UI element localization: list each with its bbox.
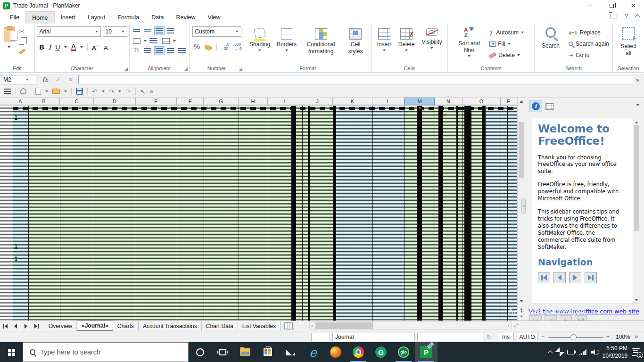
network-signal-icon[interactable] (579, 349, 586, 355)
undo-dropdown[interactable] (102, 90, 105, 92)
number-format-select[interactable]: Custom (192, 26, 241, 37)
open-file-button[interactable] (52, 89, 60, 94)
justify-button[interactable] (177, 46, 187, 55)
horizontal-scrollbar[interactable]: ‹ › (309, 321, 512, 329)
delete-contents-button[interactable]: Delete (489, 51, 524, 59)
vertical-scroll-thumb[interactable] (519, 122, 524, 178)
name-box-dropdown[interactable] (26, 79, 29, 81)
collapse-ribbon-icon[interactable] (635, 14, 640, 19)
save-button[interactable] (76, 88, 83, 95)
scroll-down-button[interactable] (518, 297, 525, 304)
cell-reference-input[interactable] (1, 76, 26, 83)
format-painter-button[interactable] (19, 49, 25, 54)
currency-format-button[interactable] (205, 45, 212, 50)
minimize-button[interactable] (579, 0, 601, 11)
open-file-dropdown[interactable] (64, 90, 67, 92)
cell-reference-box[interactable] (1, 75, 36, 84)
sheet-tab-account-transactions[interactable]: Account Transactions (139, 321, 202, 331)
restore-button[interactable] (601, 0, 622, 11)
align-bottom-button[interactable] (154, 26, 165, 35)
battery-icon[interactable] (567, 350, 575, 354)
sidebar-options-dropdown[interactable] (636, 104, 639, 106)
column-header[interactable]: F (177, 98, 204, 105)
menu-data[interactable]: Data (145, 11, 170, 24)
column-header[interactable]: H (239, 98, 268, 105)
conditional-formatting-button[interactable]: Conditional formatting (300, 27, 342, 65)
align-middle-button[interactable] (143, 26, 153, 35)
formula-input[interactable] (78, 75, 633, 84)
column-header[interactable]: A (13, 98, 28, 105)
zoom-in-button[interactable]: + (606, 333, 610, 340)
menu-formula[interactable]: Formula (111, 11, 145, 24)
help-icon[interactable]: ? (625, 12, 628, 19)
close-button[interactable]: ✕ (622, 0, 644, 11)
font-color-button[interactable]: A (71, 43, 75, 51)
fill-button[interactable]: Fill (489, 40, 524, 48)
new-file-dropdown[interactable] (45, 90, 48, 92)
new-file-button[interactable] (35, 88, 41, 95)
character-dialog-launcher[interactable] (124, 67, 128, 71)
internet-explorer-button[interactable]: e (302, 342, 324, 362)
shrink-font-button[interactable]: A− (104, 43, 111, 51)
task-view-button[interactable] (211, 342, 234, 362)
font-size-select[interactable]: 10 (103, 26, 127, 37)
undo-button[interactable]: ↶ (92, 88, 98, 95)
remove-decimal-button[interactable]: .00→.0 (234, 42, 242, 51)
menu-layout[interactable]: Layout (82, 11, 112, 24)
text-direction-button[interactable] (132, 36, 142, 45)
zoom-out-button[interactable]: − (541, 333, 545, 340)
sidebar-collapse-handle[interactable]: ◂ (521, 198, 526, 214)
autosum-button[interactable]: ΣAutosum (489, 28, 524, 37)
sidebar-scroll-down[interactable] (633, 296, 639, 304)
add-decimal-button[interactable]: ←.0.00 (222, 42, 230, 51)
column-header[interactable]: K (333, 98, 372, 105)
column-headers[interactable]: A B C D E F G H I J K L M N O P (0, 98, 517, 105)
insert-mode-indicator[interactable]: Ins (498, 333, 514, 341)
file-explorer-button[interactable] (234, 342, 256, 362)
delete-cells-button[interactable]: ✗ Delete (395, 27, 418, 65)
last-sheet-button[interactable] (31, 321, 41, 331)
align-right-button[interactable] (165, 46, 176, 55)
cut-button[interactable]: ✂ (19, 27, 25, 36)
menu-insert[interactable]: Insert (55, 11, 82, 24)
italic-button[interactable]: I (49, 43, 51, 51)
dropbox-icon[interactable] (555, 347, 564, 357)
toolbar-more-button[interactable]: » (150, 88, 153, 95)
column-header[interactable]: J (302, 98, 333, 105)
mail-button[interactable] (279, 342, 302, 362)
shop-cart-icon[interactable] (611, 14, 617, 18)
menu-view[interactable]: View (202, 11, 227, 24)
zoom-slider-thumb[interactable] (570, 334, 577, 340)
sheet-tab-journal[interactable]: «Journal» (77, 321, 113, 331)
spreadsheet-grid[interactable]: 1 1 1 (0, 106, 517, 321)
first-sheet-button[interactable] (0, 321, 10, 331)
copy-button[interactable] (19, 39, 24, 45)
status-more-button[interactable]: » (635, 333, 638, 340)
menu-review[interactable]: Review (170, 11, 202, 24)
paste-button[interactable] (4, 26, 15, 53)
sort-filter-button[interactable]: AZ Sort and filter (454, 26, 485, 65)
cancel-entry-button[interactable]: ✕ (68, 76, 73, 83)
scroll-left-button[interactable]: ‹ (310, 323, 314, 329)
column-header[interactable]: B (28, 98, 60, 105)
action-center-button[interactable]: 1 (632, 348, 640, 356)
column-header[interactable]: C (60, 98, 94, 105)
menu-file[interactable]: File (4, 11, 25, 24)
select-all-button[interactable]: Select all (615, 26, 642, 58)
column-header[interactable]: L (372, 98, 405, 105)
next-sheet-button[interactable] (21, 321, 31, 331)
taskbar-search[interactable] (23, 342, 189, 362)
start-button[interactable] (0, 342, 23, 362)
text-direction-dropdown[interactable] (144, 40, 147, 42)
redo-button[interactable]: ↷ (109, 88, 115, 95)
wrap-text-button[interactable] (149, 36, 159, 45)
previous-sheet-button[interactable] (10, 321, 21, 331)
underline-dropdown[interactable] (64, 46, 67, 48)
column-header[interactable]: O (462, 98, 501, 105)
replace-button[interactable]: a+bReplace (569, 28, 609, 37)
planmaker-taskbar-button[interactable]: P (415, 342, 438, 362)
volume-icon[interactable] (591, 349, 598, 355)
chrome-button[interactable] (347, 342, 370, 362)
insert-cells-button[interactable]: ← Insert (374, 27, 395, 65)
shading-button[interactable]: Shading (246, 27, 273, 65)
